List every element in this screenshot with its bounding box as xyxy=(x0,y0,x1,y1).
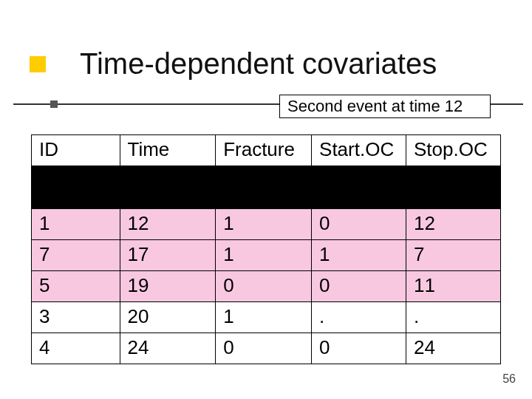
cell-stopoc: 7 xyxy=(406,240,501,271)
cell-id: 3 xyxy=(32,302,120,333)
data-table: ID Time Fracture Start.OC Stop.OC 1 12 1… xyxy=(31,134,501,364)
cell-startoc: 1 xyxy=(312,240,406,271)
slide: Time-dependent covariates Second event a… xyxy=(0,0,532,399)
cell-stopoc: 12 xyxy=(406,209,501,240)
cell-stopoc: . xyxy=(406,302,501,333)
cell-fracture: 0 xyxy=(216,271,312,302)
callout-text: Second event at time 12 xyxy=(287,97,463,116)
cell-startoc: . xyxy=(312,302,406,333)
redacted-row xyxy=(32,166,501,209)
cell-fracture: 1 xyxy=(216,209,312,240)
col-header-startoc: Start.OC xyxy=(312,135,406,166)
cell-time: 12 xyxy=(120,209,216,240)
table-header-row: ID Time Fracture Start.OC Stop.OC xyxy=(32,135,501,166)
cell-startoc: 0 xyxy=(312,271,406,302)
cell-id: 7 xyxy=(32,240,120,271)
cell-fracture: 1 xyxy=(216,302,312,333)
cell-fracture: 1 xyxy=(216,240,312,271)
slide-title: Time-dependent covariates xyxy=(80,47,437,80)
cell-stopoc: 11 xyxy=(406,271,501,302)
title-tick-icon xyxy=(50,100,58,108)
table-row: 7 17 1 1 7 xyxy=(32,240,501,271)
cell-time: 17 xyxy=(120,240,216,271)
table-row: 4 24 0 0 24 xyxy=(32,333,501,364)
col-header-time: Time xyxy=(120,135,216,166)
cell-startoc: 0 xyxy=(312,209,406,240)
redacted-cell xyxy=(32,166,501,209)
cell-id: 4 xyxy=(32,333,120,364)
cell-time: 19 xyxy=(120,271,216,302)
cell-time: 24 xyxy=(120,333,216,364)
col-header-fracture: Fracture xyxy=(216,135,312,166)
cell-startoc: 0 xyxy=(312,333,406,364)
table-row: 5 19 0 0 11 xyxy=(32,271,501,302)
callout-box: Second event at time 12 xyxy=(279,95,491,118)
cell-time: 20 xyxy=(120,302,216,333)
col-header-stopoc: Stop.OC xyxy=(406,135,501,166)
table-row: 3 20 1 . . xyxy=(32,302,501,333)
table-row: 1 12 1 0 12 xyxy=(32,209,501,240)
title-square-icon xyxy=(30,56,46,72)
cell-id: 1 xyxy=(32,209,120,240)
page-number: 56 xyxy=(502,372,516,386)
col-header-id: ID xyxy=(32,135,120,166)
cell-id: 5 xyxy=(32,271,120,302)
cell-fracture: 0 xyxy=(216,333,312,364)
cell-stopoc: 24 xyxy=(406,333,501,364)
title-wrap: Time-dependent covariates xyxy=(80,47,502,95)
